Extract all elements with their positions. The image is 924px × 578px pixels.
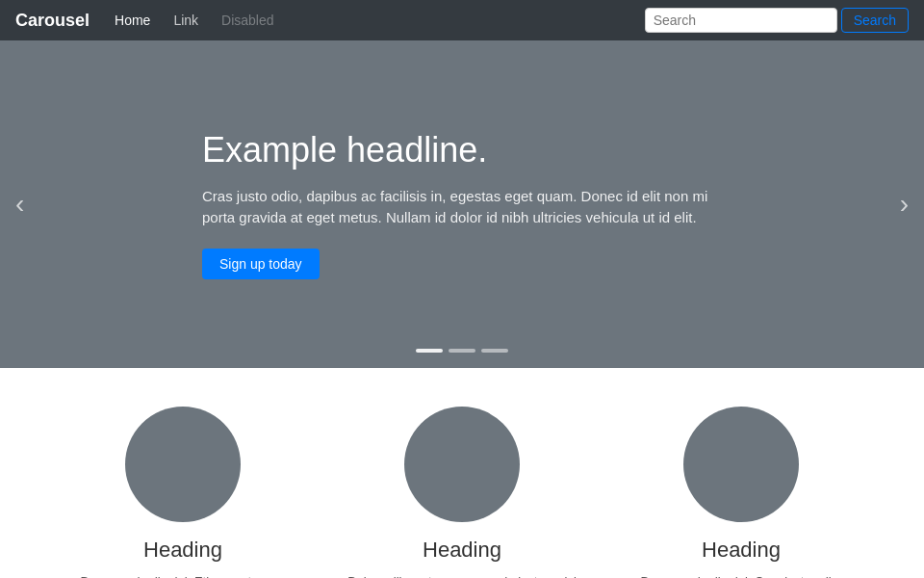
content-section: Heading Donec sed odio dui. Etiam porta …	[0, 368, 924, 578]
card-heading-3: Heading	[702, 538, 781, 563]
carousel-text: Cras justo odio, dapibus ac facilisis in…	[202, 186, 722, 229]
nav-link-link[interactable]: Link	[164, 7, 208, 34]
card-text-1: Donec sed odio dui. Etiam porta sem male…	[63, 572, 303, 578]
card-circle-2	[404, 407, 520, 522]
search-button[interactable]: Search	[841, 8, 909, 33]
nav-links: Home Link Disabled	[105, 7, 645, 34]
nav-link-disabled: Disabled	[212, 7, 283, 34]
navbar-brand[interactable]: Carousel	[15, 11, 90, 31]
navbar-search: Search	[645, 8, 909, 33]
search-input[interactable]	[645, 8, 837, 33]
card-heading-1: Heading	[143, 538, 222, 563]
content-card-3: Heading Donec sed odio dui. Cras justo o…	[621, 407, 861, 578]
carousel-content: Example headline. Cras justo odio, dapib…	[125, 130, 799, 279]
carousel-indicators	[416, 349, 508, 353]
carousel-next-button[interactable]: ›	[885, 181, 924, 227]
carousel-headline: Example headline.	[202, 130, 722, 171]
nav-link-home[interactable]: Home	[105, 7, 160, 34]
card-text-3: Donec sed odio dui. Cras justo odio, dap…	[621, 572, 861, 578]
indicator-1[interactable]	[416, 349, 443, 353]
card-circle-1	[125, 407, 241, 522]
indicator-2[interactable]	[449, 349, 475, 353]
carousel-prev-button[interactable]: ‹	[0, 181, 39, 227]
card-text-2: Duis mollis, est non commodo luctus, nis…	[342, 572, 582, 578]
carousel: ‹ Example headline. Cras justo odio, dap…	[0, 40, 924, 368]
card-circle-3	[683, 407, 799, 522]
navbar: Carousel Home Link Disabled Search	[0, 0, 924, 40]
content-card-2: Heading Duis mollis, est non commodo luc…	[342, 407, 582, 578]
carousel-cta-button[interactable]: Sign up today	[202, 249, 320, 279]
indicator-3[interactable]	[481, 349, 508, 353]
card-heading-2: Heading	[423, 538, 501, 563]
content-card-1: Heading Donec sed odio dui. Etiam porta …	[63, 407, 303, 578]
